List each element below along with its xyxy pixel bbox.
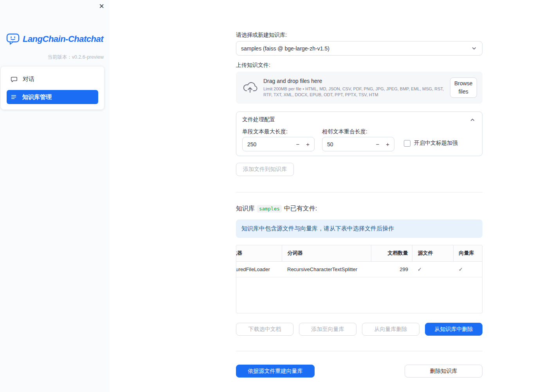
cell-vector-check: ✓ (453, 261, 482, 277)
table-row[interactable]: UnstructuredFileLoader RecursiveCharacte… (236, 261, 482, 277)
chunk-size-stepper: − + (242, 137, 315, 151)
expander-header[interactable]: 文件处理配置 (236, 112, 482, 123)
file-config-expander: 文件处理配置 单段文本最大长度: 相邻文本重合长度: − + − + (236, 111, 482, 156)
col-header-loader: 文档加载器 (236, 245, 282, 261)
sidebar: × LangChain-Chatchat 当前版本：v0.2.6-preview (0, 0, 110, 392)
browse-files-button[interactable]: Browse files (450, 77, 477, 98)
main-content: 请选择或新建知识库: samples (faiss @ bge-large-zh… (236, 0, 482, 392)
plus-icon[interactable]: + (386, 137, 389, 151)
kb-files-table[interactable]: 文档加载器 分词器 文档数量 源文件 向量库 UnstructuredFileL… (236, 245, 482, 313)
cell-splitter: RecursiveCharacterTextSplitter (282, 261, 371, 277)
cloud-upload-icon (242, 81, 258, 94)
kb-select[interactable]: samples (faiss @ bge-large-zh-v1.5) (236, 41, 482, 56)
chevron-up-icon (469, 117, 476, 123)
logo: LangChain-Chatchat (0, 33, 110, 45)
add-files-to-kb-button[interactable]: 添加文件到知识库 (236, 163, 294, 176)
sidebar-item-kb-management[interactable]: 知识库管理 (7, 90, 98, 104)
kb-files-prefix: 知识库 (236, 205, 255, 213)
add-to-vectorstore-button[interactable]: 添加至向量库 (299, 323, 356, 336)
dropzone-limits: Limit 200MB per file • HTML, MD, JSON, C… (263, 86, 445, 98)
chevron-down-icon (471, 45, 477, 52)
kb-files-heading: 知识库 samples 中已有文件: (236, 205, 317, 213)
rebuild-vectorstore-button[interactable]: 依据源文件重建向量库 (236, 365, 315, 378)
cell-doc-count: 299 (371, 261, 412, 277)
version-label: 当前版本：v0.2.6-preview (47, 54, 104, 61)
kb-files-suffix: 中已有文件: (284, 205, 317, 213)
table-header-row: 文档加载器 分词器 文档数量 源文件 向量库 (236, 245, 482, 261)
plus-icon[interactable]: + (306, 137, 310, 151)
chat-bubble-icon (11, 76, 17, 83)
delete-from-vectorstore-button[interactable]: 从向量库删除 (362, 323, 419, 336)
dropzone-title: Drag and drop files here (263, 78, 445, 84)
col-header-splitter: 分词器 (282, 245, 371, 261)
zh-title-checkbox-row: 开启中文标题加强 (404, 140, 458, 147)
col-header-source: 源文件 (412, 245, 453, 261)
chunk-size-label: 单段文本最大长度: (242, 128, 288, 135)
info-banner-text: 知识库中包含源文件与向量库，请从下表中选择文件后操作 (241, 225, 394, 232)
cell-loader: UnstructuredFileLoader (236, 261, 282, 277)
download-selected-button[interactable]: 下载选中文档 (236, 323, 293, 336)
delete-kb-button[interactable]: 删除知识库 (405, 365, 482, 378)
file-dropzone[interactable]: Drag and drop files here Limit 200MB per… (236, 72, 482, 104)
delete-from-kb-button[interactable]: 从知识库中删除 (425, 323, 482, 336)
overlap-size-stepper: − + (322, 137, 394, 151)
zh-title-checkbox[interactable] (404, 140, 410, 147)
list-icon (11, 94, 17, 100)
divider (236, 192, 482, 192)
sidebar-item-kb-label: 知识库管理 (22, 94, 52, 101)
expander-title: 文件处理配置 (242, 116, 275, 123)
divider (236, 351, 482, 351)
minus-icon[interactable]: − (296, 137, 299, 151)
sidebar-menu: 对话 知识库管理 (1, 67, 104, 110)
sidebar-item-chat[interactable]: 对话 (7, 72, 98, 86)
kb-select-value: samples (faiss @ bge-large-zh-v1.5) (241, 45, 329, 52)
upload-label: 上传知识文件: (236, 62, 270, 69)
info-banner: 知识库中包含源文件与向量库，请从下表中选择文件后操作 (236, 219, 482, 238)
app-title: LangChain-Chatchat (23, 34, 103, 44)
sidebar-close-icon[interactable]: × (99, 1, 104, 12)
overlap-size-input[interactable] (322, 141, 363, 147)
logo-icon (6, 33, 20, 45)
kb-name-code: samples (257, 205, 282, 212)
zh-title-checkbox-label: 开启中文标题加强 (414, 140, 458, 147)
overlap-size-label: 相邻文本重合长度: (322, 128, 367, 135)
col-header-vector: 向量库 (453, 245, 482, 261)
app-canvas: × LangChain-Chatchat 当前版本：v0.2.6-preview (0, 0, 540, 392)
kb-select-label: 请选择或新建知识库: (236, 32, 287, 39)
col-header-doc-count: 文档数量 (371, 245, 412, 261)
chunk-size-input[interactable] (243, 141, 283, 147)
cell-source-check: ✓ (412, 261, 453, 277)
sidebar-item-chat-label: 对话 (23, 76, 34, 83)
minus-icon[interactable]: − (376, 137, 379, 151)
dropzone-text: Drag and drop files here Limit 200MB per… (263, 78, 445, 98)
